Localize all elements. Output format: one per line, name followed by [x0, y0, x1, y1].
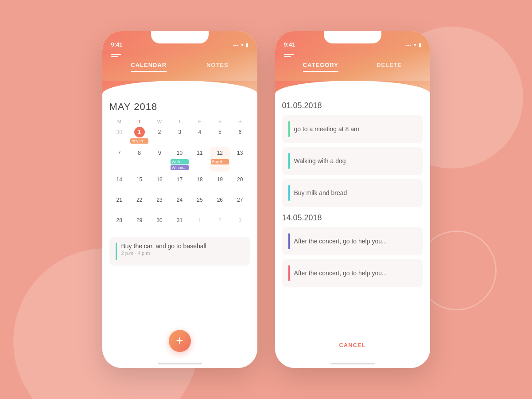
cal-cell-9[interactable]: 9	[149, 147, 169, 172]
cal-num-2: 2	[154, 127, 165, 137]
note-card-time: 2 p.m - 4 p.m	[121, 250, 206, 256]
cal-cell-30b[interactable]: 30	[149, 214, 169, 233]
cancel-button[interactable]: CANCEL	[330, 338, 374, 352]
cal-cell-23[interactable]: 23	[149, 194, 169, 212]
cal-cell-2[interactable]: 2	[149, 126, 169, 145]
notch-2	[324, 31, 381, 43]
cal-cell-15[interactable]: 15	[129, 173, 149, 192]
note-card[interactable]: Buy the car, and go to baseball 2 p.m - …	[109, 237, 250, 266]
cal-cell-29[interactable]: 29	[129, 214, 149, 233]
hamburger-icon[interactable]	[111, 54, 121, 57]
cal-num-19: 19	[214, 174, 225, 185]
cal-cell-8[interactable]: 8	[129, 147, 149, 172]
cal-cell-6[interactable]: 6	[230, 126, 250, 145]
fab-container: +	[102, 325, 257, 359]
cal-event-12a: Buy th...	[211, 159, 229, 164]
cal-cell-30a[interactable]: 30	[109, 126, 129, 145]
cal-cell-1[interactable]: 1Buy th...	[129, 126, 149, 145]
status-icons-1: ▪▪▪ ▾ ▮	[233, 42, 249, 48]
calendar-grid: M T W T F S S 30 1Buy th... 2 3 4 5 6 7	[109, 119, 250, 233]
cancel-footer: CANCEL	[275, 331, 430, 359]
day-header-m: M	[109, 119, 129, 124]
add-event-button[interactable]: +	[169, 330, 191, 352]
status-time-1: 9:41	[111, 41, 123, 48]
menu-1	[111, 54, 249, 57]
wave-2	[275, 81, 430, 94]
note-text-5: After the concert, go to help you...	[294, 270, 387, 277]
tab-delete[interactable]: DELETE	[377, 62, 402, 72]
cal-week-3: 14 15 16 17 18 19 20	[109, 173, 250, 192]
cal-num-14: 14	[114, 174, 124, 185]
cal-cell-20[interactable]: 20	[230, 173, 250, 192]
note-text-1: go to a meeting at 8 am	[294, 125, 359, 133]
cal-cell-3b[interactable]: 3	[230, 214, 250, 233]
cal-num-18: 18	[194, 174, 205, 185]
cal-cell-12[interactable]: 12Buy th...	[210, 147, 230, 172]
note-item-4[interactable]: After the concert, go to help you...	[282, 227, 423, 255]
cal-cell-21[interactable]: 21	[109, 194, 129, 212]
cal-cell-10[interactable]: 10Walk...Winne...	[170, 147, 190, 172]
phone-notes: 9:41 ▪▪▪ ▾ ▮ CATEGORY DELETE 01.05.2018	[275, 31, 430, 368]
cal-cell-24[interactable]: 24	[170, 194, 190, 212]
cal-num-3: 3	[174, 127, 185, 137]
cal-num-27: 27	[235, 195, 245, 205]
note-item-5[interactable]: After the concert, go to help you...	[282, 259, 423, 287]
note-item-1[interactable]: go to a meeting at 8 am	[282, 115, 423, 143]
day-header-t: T	[129, 119, 149, 124]
day-header-t2: T	[170, 119, 190, 124]
hamburger-icon-2[interactable]	[284, 54, 294, 57]
cal-num-5: 5	[214, 127, 225, 137]
cal-cell-25[interactable]: 25	[190, 194, 210, 212]
cal-cell-4[interactable]: 4	[190, 126, 210, 145]
tab-calendar[interactable]: CALENDAR	[131, 62, 167, 72]
cal-num-8: 8	[134, 148, 145, 158]
note-item-2[interactable]: Walking with a dog	[282, 147, 423, 175]
cal-num-25: 25	[194, 195, 205, 205]
cal-num-1: 1	[134, 127, 145, 137]
cal-cell-17[interactable]: 17	[170, 173, 190, 192]
cal-cell-19[interactable]: 19	[210, 173, 230, 192]
tab-category[interactable]: CATEGORY	[303, 62, 338, 72]
cal-num-30a: 30	[114, 127, 124, 137]
home-bar-1	[158, 363, 202, 364]
cal-event-10a: Walk...	[171, 159, 189, 164]
cal-cell-2b[interactable]: 2	[210, 214, 230, 233]
note-text-3: Buy milk and bread	[294, 189, 347, 196]
cal-num-26: 26	[214, 195, 225, 205]
home-bar-2	[330, 363, 375, 364]
cal-cell-3[interactable]: 3	[170, 126, 190, 145]
day-header-s2: S	[230, 119, 250, 124]
wifi-icon-2: ▾	[414, 42, 416, 48]
cal-cell-22[interactable]: 22	[129, 194, 149, 212]
hamburger-line-4	[284, 56, 291, 57]
tab-notes[interactable]: NOTES	[206, 62, 229, 72]
cal-cell-11[interactable]: 11	[190, 147, 210, 172]
status-icons-2: ▪▪▪ ▾ ▮	[406, 42, 421, 48]
cal-cell-28[interactable]: 28	[109, 214, 129, 233]
cal-cell-5[interactable]: 5	[210, 126, 230, 145]
note-text-2: Walking with a dog	[294, 157, 346, 164]
calendar-content: MAY 2018 M T W T F S S 30 1Buy th... 2 3…	[102, 94, 257, 325]
cal-cell-14[interactable]: 14	[109, 173, 129, 192]
day-header-f: F	[190, 119, 210, 124]
cal-cell-16[interactable]: 16	[149, 173, 169, 192]
battery-icon-2: ▮	[419, 42, 421, 48]
cal-num-28: 28	[114, 215, 124, 226]
notes-content: 01.05.2018 go to a meeting at 8 am Walki…	[275, 94, 430, 331]
cal-num-20: 20	[235, 174, 245, 185]
cal-num-23: 23	[154, 195, 165, 205]
cal-cell-7[interactable]: 7	[109, 147, 129, 172]
cal-cell-1b[interactable]: 1	[190, 214, 210, 233]
cal-cell-31[interactable]: 31	[170, 214, 190, 233]
notch-1	[151, 31, 209, 43]
cal-num-10: 10	[174, 148, 185, 158]
wifi-icon: ▾	[241, 42, 244, 48]
cal-cell-26[interactable]: 26	[210, 194, 230, 212]
note-bar-1	[288, 121, 290, 137]
cal-cell-13[interactable]: 13	[230, 147, 250, 172]
cal-cell-27[interactable]: 27	[230, 194, 250, 212]
note-bar-4	[288, 233, 290, 249]
cal-cell-18[interactable]: 18	[190, 173, 210, 192]
signal-icon-2: ▪▪▪	[406, 43, 412, 48]
note-item-3[interactable]: Buy milk and bread	[282, 179, 423, 207]
